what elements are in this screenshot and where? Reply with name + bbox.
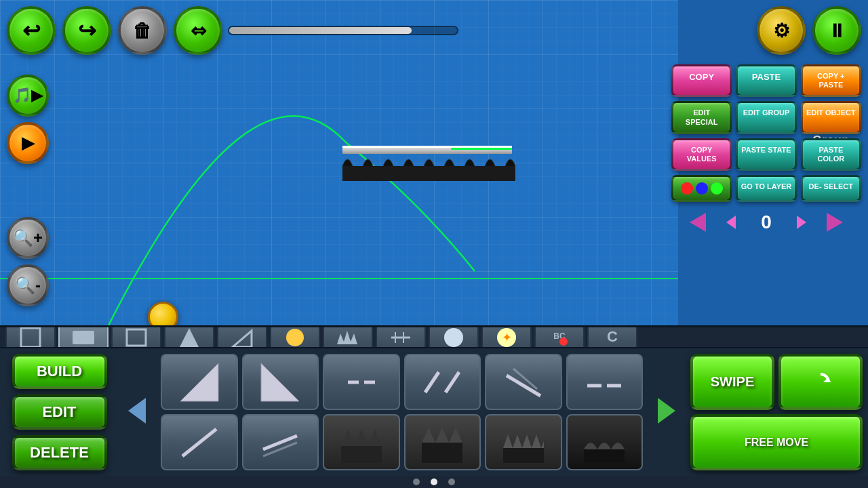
cat-tab-star[interactable]: ✦ (481, 327, 532, 348)
layer-number: 0 (749, 211, 783, 233)
page-dot-2[interactable] (431, 479, 437, 485)
layer-prev-small[interactable] (717, 209, 744, 236)
progress-fill (229, 27, 412, 34)
panel-row-1: COPY PASTE COPY + PASTE (671, 64, 861, 97)
action-row-2: FREE MOVE (690, 414, 863, 470)
copy-button[interactable]: COPY (671, 64, 732, 97)
panel-row-4: GO TO LAYER DE- SELECT (671, 175, 861, 202)
svg-marker-9 (180, 328, 199, 347)
copy-paste-button[interactable]: COPY + PASTE (801, 64, 861, 97)
cat-tab-c[interactable]: C (587, 327, 637, 348)
pause-button[interactable]: ⏸ (812, 6, 861, 55)
panel-row-3: COPY VALUES PASTE STATE PASTE COLOR (671, 138, 861, 171)
copy-values-button[interactable]: COPY VALUES (671, 138, 732, 171)
obj-cell-6[interactable] (566, 354, 644, 410)
settings-button[interactable]: ⚙ (757, 6, 806, 55)
layer-next-small[interactable] (789, 209, 816, 236)
obj-cell-9[interactable] (323, 414, 400, 470)
cat-tab-tri[interactable] (164, 327, 214, 348)
ground-line (0, 278, 678, 279)
svg-point-19 (559, 338, 568, 346)
cat-tab-small-rect[interactable] (111, 327, 161, 348)
progress-container: ⇔ (174, 6, 458, 55)
obj-cell-7[interactable] (161, 414, 238, 470)
svg-rect-7 (73, 331, 94, 344)
delete-mode-button[interactable]: DELETE (12, 435, 107, 470)
obj-cell-4[interactable] (404, 354, 481, 410)
cat-tab-ball[interactable] (429, 327, 479, 348)
layer-nav: 0 (671, 206, 861, 239)
svg-text:C: C (607, 328, 618, 345)
cat-tab-lines[interactable] (376, 327, 426, 348)
cat-tab-bc[interactable]: BC (534, 327, 585, 348)
obj-cell-8[interactable] (242, 414, 319, 470)
edit-mode-button[interactable]: EDIT (12, 394, 107, 430)
redo-button[interactable]: ↪ (62, 6, 111, 55)
zoom-in-button[interactable]: 🔍+ (7, 217, 49, 259)
paste-button[interactable]: PASTE (736, 64, 796, 97)
obj-cell-11[interactable] (485, 414, 562, 470)
edit-group-button[interactable]: EDIT GROUP (736, 101, 796, 134)
delete-button[interactable]: 🗑 (118, 6, 167, 55)
svg-rect-8 (127, 329, 146, 346)
color-circles-button[interactable] (671, 175, 732, 202)
action-row-1: SWIPE (690, 354, 863, 410)
cat-tab-slope[interactable] (217, 327, 267, 348)
svg-rect-6 (21, 328, 40, 347)
play-button[interactable]: ▶ (7, 122, 49, 164)
undo-button[interactable]: ↩ (7, 6, 56, 55)
layer-prev-big[interactable] (684, 209, 711, 236)
obj-cell-12[interactable] (566, 414, 644, 470)
layer-next-big[interactable] (821, 209, 848, 236)
rotate-button[interactable] (778, 354, 863, 410)
svg-rect-36 (422, 443, 462, 463)
cat-tab-circle[interactable] (270, 327, 320, 348)
paste-color-button[interactable]: PASTE COLOR (801, 138, 861, 171)
svg-rect-38 (584, 449, 625, 463)
svg-marker-2 (690, 213, 706, 232)
cat-tab-square[interactable] (5, 327, 56, 348)
edit-object-button[interactable]: EDIT OBJECT (801, 101, 861, 134)
svg-line-34 (263, 443, 297, 456)
free-move-button[interactable]: FREE MOVE (690, 414, 863, 470)
svg-line-27 (446, 372, 459, 392)
svg-marker-3 (726, 216, 736, 229)
go-to-layer-button[interactable]: GO TO LAYER (736, 175, 796, 202)
category-tabs: ✦ BC C (0, 327, 868, 348)
page-dot-1[interactable] (413, 479, 420, 485)
svg-text:✦: ✦ (502, 331, 512, 344)
page-dot-3[interactable] (448, 479, 455, 485)
nav-right-button[interactable] (651, 395, 682, 429)
music-button[interactable]: 🎵▶ (7, 75, 49, 117)
svg-line-32 (182, 429, 216, 456)
obj-cell-10[interactable] (404, 414, 481, 470)
svg-rect-35 (341, 446, 382, 463)
left-mode-panel: BUILD EDIT DELETE (0, 348, 119, 476)
paste-state-button[interactable]: PASTE STATE (736, 138, 796, 171)
svg-marker-22 (180, 363, 218, 401)
svg-point-11 (286, 329, 304, 346)
cat-tab-rect[interactable] (58, 327, 108, 348)
build-mode-button[interactable]: BUILD (12, 354, 107, 389)
svg-marker-40 (823, 378, 831, 382)
build-content: BUILD EDIT DELETE (0, 348, 868, 476)
swap-button[interactable]: ⇔ (174, 6, 222, 55)
obj-cell-3[interactable] (323, 354, 400, 410)
obj-cell-2[interactable] (242, 354, 319, 410)
obj-cell-5[interactable] (485, 354, 562, 410)
cat-tab-spikes[interactable] (323, 327, 373, 348)
object-grid (155, 348, 648, 476)
bottom-area: ✦ BC C BUILD EDIT DELETE (0, 325, 868, 488)
nav-left-button[interactable] (121, 395, 153, 429)
spike-wave (342, 152, 515, 181)
edit-special-button[interactable]: EDIT SPECIAL (671, 101, 732, 134)
svg-rect-1 (342, 152, 515, 181)
nav-arrow-left-container (119, 348, 155, 476)
obj-cell-1[interactable] (161, 354, 238, 410)
deselect-button[interactable]: DE- SELECT (801, 175, 861, 202)
nav-arrow-right-container (648, 348, 685, 476)
right-panel: COPY PASTE COPY + PASTE EDIT SPECIAL EDI… (671, 64, 861, 239)
svg-rect-37 (503, 448, 544, 463)
swipe-button[interactable]: SWIPE (690, 354, 774, 410)
zoom-out-button[interactable]: 🔍- (7, 264, 49, 306)
